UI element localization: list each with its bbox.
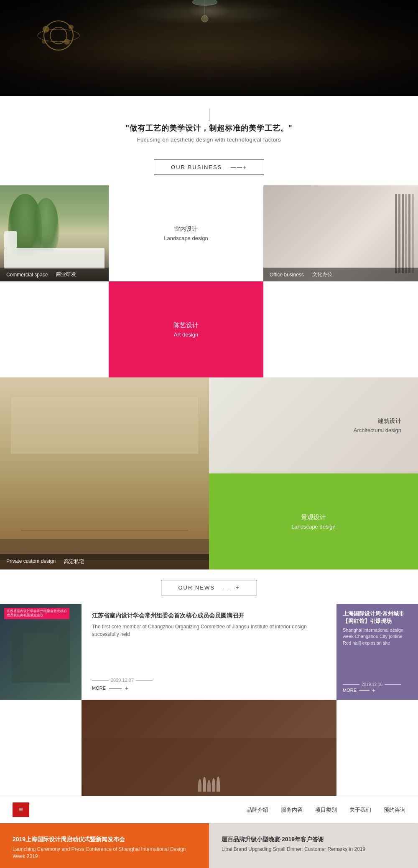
news-title-cn-1: 江苏省室内设计学会常州组委会首次核心成员会员圆满召开: [92, 612, 326, 620]
nav-project[interactable]: 项目类别: [315, 806, 337, 814]
business-landscape2-en: Landscape design: [291, 524, 336, 530]
news-row-1: 江苏省室内设计学会常州组委会首次核心成员就任典礼暨成立会议 江苏省室内设计学会常…: [0, 604, 418, 700]
business-label-commercial: Commercial space 商业研发: [0, 268, 109, 281]
news-purple-date: 2019.12.16: [343, 682, 412, 687]
nav-service[interactable]: 服务内容: [281, 806, 303, 814]
business-label-private: Private custom design 高定私宅: [0, 554, 209, 569]
news-row-1b: [0, 700, 418, 796]
our-news-button[interactable]: OUR NEWS ——+: [161, 580, 257, 595]
svg-point-6: [42, 40, 46, 44]
business-interior-cn: 室内设计: [174, 225, 198, 233]
nav-brand[interactable]: 品牌介绍: [247, 806, 268, 814]
business-cell-interior-text: 室内设计 Landscape design: [109, 185, 263, 281]
svg-point-9: [201, 15, 208, 22]
news-right-spacer: [336, 700, 418, 796]
news-card-gray: 厘百品牌升级小型晚宴·2019年客户答谢 Libai Brand Upgradi…: [209, 823, 418, 868]
news-title-en-1: The first core member of Changzhou Organ…: [92, 623, 326, 638]
business-cell-art[interactable]: 陈艺设计 Art design: [109, 281, 263, 377]
business-arch-cn: 建筑设计: [378, 418, 401, 425]
business-row-1: Commercial space 商业研发 室内设计 Landscape des…: [0, 185, 418, 281]
svg-point-5: [64, 39, 70, 45]
business-cell-arch: 建筑设计 Architectural design: [209, 377, 418, 473]
svg-point-3: [43, 26, 49, 33]
quote-main-text: "做有工艺的美学设计，制超标准的美学工艺。": [8, 123, 410, 133]
quote-section: "做有工艺的美学设计，制超标准的美学工艺。" Focusing on aesth…: [0, 96, 418, 151]
news-orange-en: Launching Ceremony and Press Conference …: [13, 846, 196, 860]
nav-logo[interactable]: ≡: [13, 802, 29, 817]
news-purple-cn: 上海国际设计周·常州城市【网红馆】引爆现场: [343, 610, 412, 625]
our-news-wrap: OUR NEWS ——+: [0, 569, 418, 604]
svg-point-4: [69, 25, 74, 30]
news-date-1: 2020.12.07: [92, 678, 326, 683]
quote-sub-text: Focusing on aesthetic design with techno…: [8, 137, 410, 143]
business-row-2: Private custom design 高定私宅 建筑设计 Architec…: [0, 377, 418, 569]
news-orange-cn: 2019上海国际设计周启动仪式暨新闻发布会: [13, 836, 196, 843]
logo-icon: ≡: [19, 805, 23, 814]
navbar: ≡ 品牌介绍 服务内容 项目类别 关于我们 预约咨询: [0, 796, 418, 823]
biz-office-cn: 文化办公: [312, 271, 332, 278]
business-interior-en: Landscape design: [164, 235, 208, 241]
news-btn-label: OUR NEWS: [178, 585, 215, 591]
news-more-1[interactable]: MORE +: [92, 685, 326, 691]
nav-links: 品牌介绍 服务内容 项目类别 关于我们 预约咨询: [247, 806, 405, 814]
our-business-wrap: OUR BUSINESS ——+: [0, 151, 418, 185]
biz-label-en: Commercial space: [6, 272, 48, 278]
news-purple-more[interactable]: MORE +: [343, 687, 412, 693]
news-card-orange: 2019上海国际设计周启动仪式暨新闻发布会 Launching Ceremony…: [0, 823, 209, 868]
biz-private-en: Private custom design: [6, 558, 56, 565]
news-badge-1: 江苏省室内设计学会常州组委会首次核心成员就任典礼暨成立会议: [4, 608, 69, 619]
news-card-purple: 上海国际设计周·常州城市【网红馆】引爆现场 Shanghai internati…: [336, 604, 418, 700]
news-image-1: 江苏省室内设计学会常州组委会首次核心成员就任典礼暨成立会议: [0, 604, 82, 700]
business-cell-landscape2[interactable]: 景观设计 Landscape design: [209, 473, 418, 569]
news-btn-arrow: ——+: [223, 585, 240, 591]
news-text-1: 江苏省室内设计学会常州组委会首次核心成员会员圆满召开 The first cor…: [82, 604, 336, 700]
business-art-en: Art design: [174, 332, 199, 338]
news-row-2: 2019上海国际设计周启动仪式暨新闻发布会 Launching Ceremony…: [0, 823, 418, 868]
business-btn-arrow: ——+: [230, 164, 247, 170]
business-art-cn: 陈艺设计: [173, 321, 199, 329]
biz-label-cn: 商业研发: [56, 271, 76, 278]
business-cell-landscape[interactable]: Commercial space 商业研发: [0, 185, 109, 281]
business-cell-office[interactable]: Office business 文化办公: [263, 185, 418, 281]
our-business-button[interactable]: OUR BUSINESS ——+: [154, 159, 264, 175]
business-empty-1: [263, 281, 418, 377]
business-arch-en: Architectural design: [354, 427, 401, 433]
svg-point-0: [44, 21, 73, 50]
news-image-2b: [82, 700, 336, 796]
hero-section: [0, 0, 418, 96]
news-purple-en: Shanghai international design week·Chang…: [343, 627, 412, 646]
business-btn-label: OUR BUSINESS: [171, 164, 222, 170]
business-label-office: Office business 文化办公: [263, 268, 418, 281]
news-left-spacer: [0, 700, 82, 796]
news-gray-cn: 厘百品牌升级小型晚宴·2019年客户答谢: [222, 836, 405, 843]
news-gray-en: Libai Brand Upgrading Small Dinner: Cust…: [222, 846, 405, 853]
business-right-col: 建筑设计 Architectural design 景观设计 Landscape…: [209, 377, 418, 569]
business-landscape2-cn: 景观设计: [301, 514, 326, 521]
biz-office-en: Office business: [270, 272, 304, 278]
nav-about[interactable]: 关于我们: [349, 806, 371, 814]
business-row-1b: 陈艺设计 Art design: [0, 281, 418, 377]
nav-booking[interactable]: 预约咨询: [384, 806, 405, 814]
biz-private-cn: 高定私宅: [64, 558, 84, 565]
business-cell-private[interactable]: Private custom design 高定私宅: [0, 377, 209, 569]
